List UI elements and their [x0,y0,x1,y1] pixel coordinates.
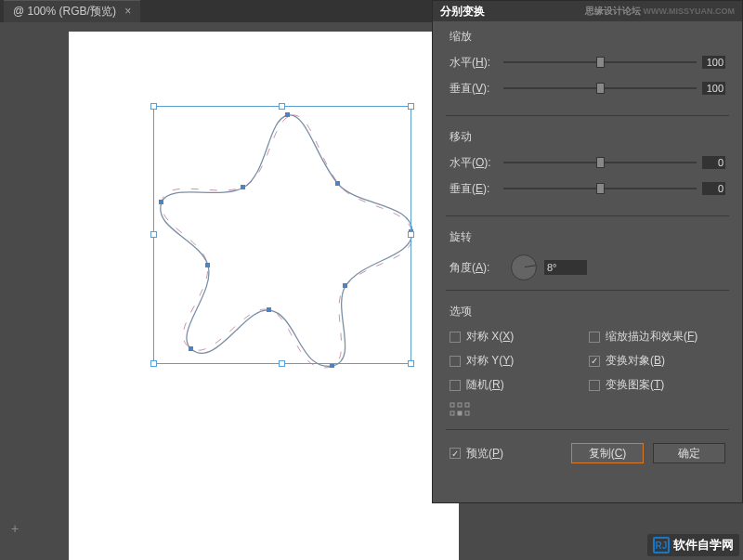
transform-each-dialog: 分别变换 思缘设计论坛 WWW.MISSYUAN.COM 缩放 水平(H): 垂… [432,0,743,503]
transform-patterns-checkbox[interactable]: 变换图案(T) [589,377,725,393]
random-checkbox[interactable]: 随机(R) [450,377,589,393]
options-title: 选项 [450,304,725,319]
rotate-title: 旋转 [450,229,725,245]
angle-label: 角度(A): [450,260,503,276]
move-section: 移动 水平(O): 垂直(E): [433,122,742,210]
rotate-section: 旋转 角度(A): [433,222,742,284]
move-h-slider[interactable] [503,156,697,169]
move-h-label: 水平(O): [450,155,503,171]
scale-v-label: 垂直(V): [450,81,503,97]
move-v-input[interactable] [702,182,725,195]
resize-handle[interactable] [150,360,157,367]
scale-v-input[interactable] [702,82,725,95]
tab-title: @ 100% (RGB/预览) [13,5,116,18]
scale-v-slider[interactable] [503,82,697,95]
angle-dial[interactable] [511,254,537,280]
dialog-buttons: 预览(P) 复制(C) 确定 [433,436,742,475]
move-v-slider[interactable] [503,182,697,195]
watermark: 思缘设计论坛 WWW.MISSYUAN.COM [585,5,735,18]
dialog-titlebar[interactable]: 分别变换 思缘设计论坛 WWW.MISSYUAN.COM [433,1,742,21]
crosshair-icon: + [11,521,19,536]
angle-input[interactable] [544,260,587,275]
preview-checkbox[interactable]: 预览(P) [450,446,503,462]
transform-objects-checkbox[interactable]: 变换对象(B) [589,353,725,369]
scale-strokes-checkbox[interactable]: 缩放描边和效果(F) [589,329,725,345]
resize-handle[interactable] [408,360,414,367]
document-tab[interactable]: @ 100% (RGB/预览) × [4,0,140,22]
resize-handle[interactable] [408,103,414,110]
site-watermark: RJ 软件自学网 [647,534,739,556]
reflect-x-checkbox[interactable]: 对称 X(X) [450,329,589,345]
svg-rect-13 [450,411,454,415]
resize-handle[interactable] [279,103,285,110]
resize-handle[interactable] [279,360,285,367]
ok-button[interactable]: 确定 [653,443,725,463]
scale-title: 缩放 [450,29,725,45]
move-title: 移动 [450,129,725,145]
resize-handle[interactable] [150,231,157,238]
svg-rect-11 [458,403,462,407]
copy-button[interactable]: 复制(C) [571,443,644,463]
move-h-input[interactable] [702,156,725,169]
scale-h-slider[interactable] [503,56,697,69]
reflect-y-checkbox[interactable]: 对称 Y(Y) [450,353,589,369]
svg-rect-15 [465,411,469,415]
logo-text: 软件自学网 [673,537,734,553]
options-section: 选项 对称 X(X) 缩放描边和效果(F) 对称 Y(Y) 变换对象(B) 随机… [433,296,742,423]
dialog-title-text: 分别变换 [440,4,485,20]
resize-handle[interactable] [150,103,157,110]
resize-handle[interactable] [408,231,414,238]
artboard[interactable] [69,32,459,560]
scale-h-input[interactable] [702,56,725,69]
move-v-label: 垂直(E): [450,181,503,197]
scale-h-label: 水平(H): [450,55,503,71]
svg-rect-12 [465,403,469,407]
svg-rect-14 [458,411,462,415]
svg-rect-10 [450,403,454,407]
scale-section: 缩放 水平(H): 垂直(V): [433,21,742,110]
close-icon[interactable]: × [124,5,131,18]
reference-point-icon[interactable] [450,402,470,417]
logo-icon: RJ [653,537,670,553]
selection-box[interactable] [153,106,411,364]
